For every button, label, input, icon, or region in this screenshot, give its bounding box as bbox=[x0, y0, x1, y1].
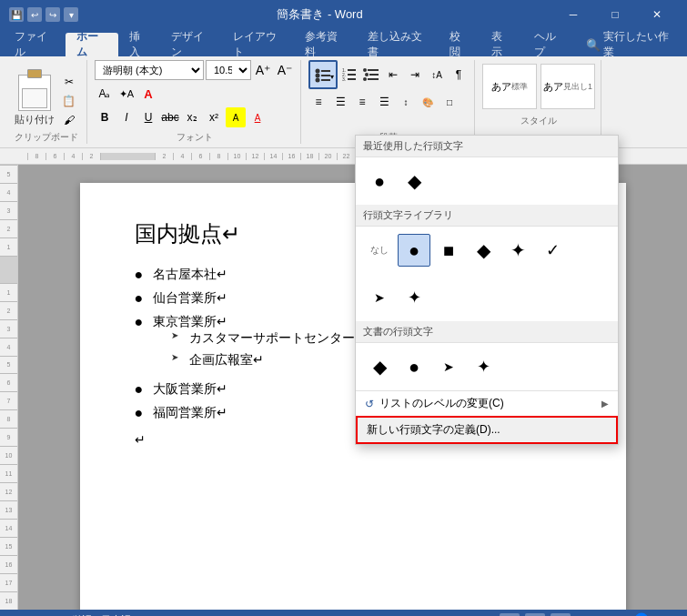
heading1-style[interactable]: あア見出し1 bbox=[541, 64, 595, 109]
recent-symbol-circle[interactable]: ● bbox=[363, 165, 396, 197]
bullet-list-button[interactable]: ▾ bbox=[308, 60, 338, 89]
v-ruler-mark: 14 bbox=[0, 519, 17, 537]
v-ruler-mark bbox=[0, 256, 17, 283]
svg-rect-11 bbox=[348, 78, 356, 80]
decrease-indent-button[interactable]: ⇤ bbox=[383, 65, 403, 85]
list-item-text: 仙台営業所↵ bbox=[153, 290, 227, 307]
title-bar-title: 簡条書き - Word bbox=[87, 6, 552, 23]
doc-symbol-arrow[interactable]: ➤ bbox=[432, 350, 465, 383]
align-left-button[interactable]: ≡ bbox=[308, 92, 328, 112]
text-color-button[interactable]: A bbox=[138, 84, 158, 104]
zoom-slider[interactable] bbox=[607, 612, 680, 616]
show-marks-button[interactable]: ¶ bbox=[449, 65, 469, 85]
v-ruler-mark: 18 bbox=[0, 591, 17, 610]
recent-symbol-diamond[interactable]: ◆ bbox=[398, 165, 430, 197]
change-case-button[interactable]: Aₐ bbox=[95, 84, 115, 104]
library-symbol-check[interactable]: ✓ bbox=[536, 234, 569, 267]
tab-design[interactable]: デザイン bbox=[160, 33, 222, 56]
align-center-button[interactable]: ☰ bbox=[330, 92, 350, 112]
line-spacing-button[interactable]: ↕ bbox=[396, 92, 416, 112]
sort-button[interactable]: ↕A bbox=[427, 65, 447, 85]
highlight-button[interactable]: A bbox=[226, 107, 246, 127]
library-symbol-square[interactable]: ■ bbox=[432, 234, 465, 267]
doc-symbol-circle[interactable]: ● bbox=[398, 350, 430, 383]
strikethrough-button[interactable]: abc bbox=[160, 107, 180, 127]
vertical-ruler: 5 4 3 2 1 1 2 3 4 5 6 7 8 9 10 11 12 13 … bbox=[0, 165, 18, 610]
tab-home[interactable]: ホーム bbox=[66, 33, 117, 56]
copy-button[interactable]: 📋 bbox=[58, 92, 80, 110]
window-controls: ─ □ ✕ bbox=[552, 0, 678, 29]
library-symbol-circle[interactable]: ● bbox=[398, 234, 430, 267]
library-symbol-4star[interactable]: ✦ bbox=[398, 281, 430, 314]
styles-label: スタイル bbox=[520, 115, 557, 127]
ruler-mark: 2 bbox=[82, 153, 100, 160]
bullet-dot: ● bbox=[135, 267, 153, 283]
tab-insert[interactable]: 挿入 bbox=[118, 33, 160, 56]
sub-list-item[interactable]: ➤ カスタマーサポートセンター↵ bbox=[171, 330, 366, 347]
shading-button[interactable]: 🎨 bbox=[418, 92, 438, 112]
bullet-dot: ● bbox=[135, 405, 153, 421]
maximize-button[interactable]: □ bbox=[594, 0, 636, 29]
superscript-button[interactable]: x² bbox=[204, 107, 224, 127]
tab-layout[interactable]: レイアウト bbox=[222, 33, 294, 56]
justify-button[interactable]: ☰ bbox=[374, 92, 394, 112]
tab-mailings[interactable]: 差し込み文書 bbox=[357, 33, 439, 56]
increase-font-button[interactable]: A⁺ bbox=[253, 60, 273, 80]
library-symbol-arrow[interactable]: ➤ bbox=[363, 281, 396, 314]
svg-point-0 bbox=[316, 69, 320, 74]
minimize-button[interactable]: ─ bbox=[552, 0, 594, 29]
ruler-mark: 4 bbox=[64, 153, 82, 160]
italic-button[interactable]: I bbox=[116, 107, 136, 127]
library-symbol-none[interactable]: なし bbox=[363, 234, 396, 267]
tab-search[interactable]: 🔍 実行したい作業 bbox=[575, 33, 683, 56]
decrease-font-button[interactable]: A⁻ bbox=[275, 60, 295, 80]
numbered-list-button[interactable]: 1. 2. 3. bbox=[339, 65, 359, 85]
ruler-mark: 6 bbox=[191, 153, 209, 160]
save-icon[interactable]: 💾 bbox=[9, 7, 24, 22]
cut-button[interactable]: ✂ bbox=[58, 73, 80, 91]
customize-icon[interactable]: ▾ bbox=[64, 7, 78, 22]
sub-arrow-icon: ➤ bbox=[171, 352, 189, 362]
font-name-select[interactable]: 游明朝 (本文) bbox=[95, 60, 204, 80]
doc-symbol-4star[interactable]: ✦ bbox=[467, 350, 500, 383]
svg-point-4 bbox=[316, 78, 320, 83]
tab-help[interactable]: ヘルプ bbox=[523, 33, 575, 56]
paste-button[interactable]: 貼り付け bbox=[13, 71, 56, 129]
library-symbol-diamond[interactable]: ◆ bbox=[467, 234, 500, 267]
list-item-text: 大阪営業所↵ bbox=[153, 381, 227, 398]
define-new-item[interactable]: 新しい行頭文字の定義(D)... bbox=[356, 416, 618, 444]
font-color-button[interactable]: A bbox=[248, 107, 268, 127]
clear-format-button[interactable]: ✦A bbox=[116, 84, 136, 104]
undo-icon[interactable]: ↩ bbox=[27, 7, 42, 22]
font-size-select[interactable]: 10.5 bbox=[206, 60, 251, 80]
normal-style[interactable]: あア標準 bbox=[482, 64, 537, 109]
bullet-dropdown-popup: 最近使用した行頭文字 ● ◆ 行頭文字ライブラリ なし ● ■ ◆ ✦ ✓ ➤ … bbox=[355, 135, 619, 445]
tab-file[interactable]: ファイル bbox=[4, 33, 66, 56]
bold-button[interactable]: B bbox=[95, 107, 115, 127]
underline-button[interactable]: U bbox=[138, 107, 158, 127]
svg-point-14 bbox=[365, 73, 369, 76]
v-ruler-mark: 3 bbox=[0, 201, 17, 219]
close-button[interactable]: ✕ bbox=[636, 0, 678, 29]
doc-section-label: 文書の行頭文字 bbox=[356, 321, 618, 343]
sub-list-item[interactable]: ➤ 企画広報室↵ bbox=[171, 352, 366, 369]
subscript-button[interactable]: x₂ bbox=[182, 107, 202, 127]
tab-review[interactable]: 校閲 bbox=[439, 33, 480, 56]
ruler-mark: 8 bbox=[27, 153, 45, 160]
title-bar: 💾 ↩ ↪ ▾ 簡条書き - Word ─ □ ✕ bbox=[0, 0, 687, 29]
v-ruler-mark: 10 bbox=[0, 446, 17, 464]
increase-indent-button[interactable]: ⇥ bbox=[405, 65, 425, 85]
language-indicator: 日本語 bbox=[101, 613, 131, 617]
tab-references[interactable]: 参考資料 bbox=[294, 33, 356, 56]
redo-icon[interactable]: ↪ bbox=[45, 7, 60, 22]
library-symbol-star[interactable]: ✦ bbox=[501, 234, 534, 267]
border-button[interactable]: □ bbox=[439, 92, 460, 112]
font-row-1: 游明朝 (本文) 10.5 A⁺ A⁻ bbox=[95, 60, 295, 80]
change-level-item[interactable]: ↺ リストのレベルの変更(C) ▶ bbox=[356, 391, 618, 416]
align-right-button[interactable]: ≡ bbox=[352, 92, 372, 112]
multilevel-list-button[interactable] bbox=[361, 65, 381, 85]
recent-section-label: 最近使用した行頭文字 bbox=[356, 136, 618, 157]
format-painter-button[interactable]: 🖌 bbox=[58, 111, 80, 129]
tab-view[interactable]: 表示 bbox=[480, 33, 522, 56]
doc-symbol-diamond[interactable]: ◆ bbox=[363, 350, 396, 383]
